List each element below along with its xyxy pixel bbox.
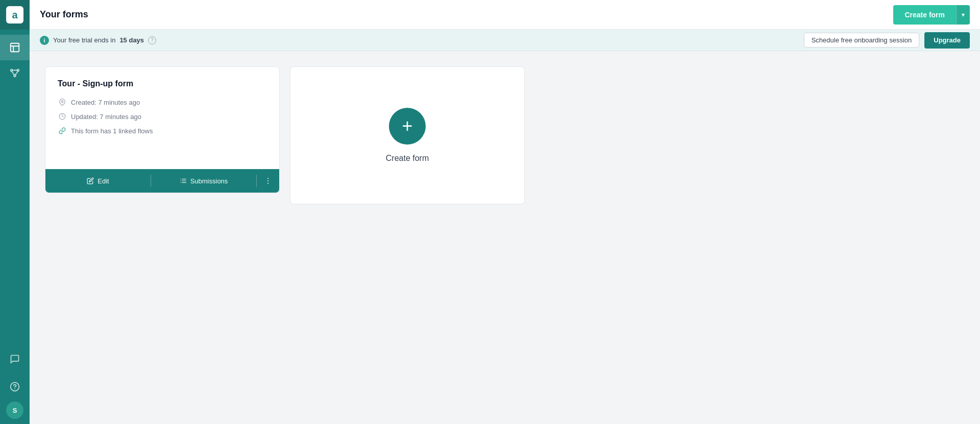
sidebar-logo[interactable]: a	[0, 0, 30, 30]
sidebar-bottom: S	[0, 346, 30, 424]
dropdown-arrow-icon: ▾	[962, 11, 965, 18]
upgrade-button[interactable]: Upgrade	[924, 32, 970, 49]
svg-point-19	[267, 178, 268, 179]
avatar[interactable]: S	[6, 402, 23, 419]
svg-point-21	[267, 183, 268, 184]
svg-point-20	[267, 180, 268, 181]
submissions-button[interactable]: Submissions	[151, 169, 256, 193]
form-card: Tour - Sign-up form Created: 7 minutes a…	[45, 66, 280, 193]
sidebar: a S	[0, 0, 30, 424]
flows-icon	[9, 67, 20, 79]
svg-rect-0	[11, 43, 19, 52]
link-icon	[58, 126, 67, 135]
clock-icon	[58, 112, 67, 121]
form-linked-flows: This form has 1 linked flows	[58, 126, 267, 135]
chat-icon	[10, 354, 20, 364]
form-created: Created: 7 minutes ago	[58, 98, 267, 107]
sidebar-item-help[interactable]	[0, 374, 30, 399]
edit-icon	[87, 177, 94, 184]
svg-line-7	[15, 71, 18, 75]
form-title: Tour - Sign-up form	[58, 79, 267, 88]
help-icon	[10, 382, 20, 392]
create-form-card[interactable]: + Create form	[290, 66, 525, 204]
submissions-icon	[180, 177, 187, 184]
form-card-footer: Edit Submissions	[45, 169, 279, 193]
header-actions: Create form ▾	[893, 5, 970, 25]
trial-text: Your free trial ends in	[53, 36, 115, 44]
svg-point-11	[61, 101, 63, 103]
create-circle-icon: +	[389, 108, 426, 145]
form-updated: Updated: 7 minutes ago	[58, 112, 267, 121]
info-icon: i	[40, 36, 49, 45]
pin-icon	[58, 98, 67, 107]
more-options-button[interactable]	[257, 169, 279, 193]
sidebar-item-flows[interactable]	[0, 60, 30, 86]
trial-help-icon[interactable]: ?	[148, 36, 156, 44]
main-content: Your forms Create form ▾ i Your free tri…	[30, 0, 980, 424]
sidebar-item-chat[interactable]	[0, 346, 30, 372]
create-form-dropdown-button[interactable]: ▾	[956, 5, 970, 25]
forms-icon	[9, 42, 20, 53]
svg-line-8	[12, 71, 14, 75]
header: Your forms Create form ▾	[30, 0, 980, 30]
logo-letter: a	[6, 6, 23, 23]
page-title: Your forms	[40, 9, 88, 20]
more-icon	[264, 177, 272, 185]
trial-actions: Schedule free onboarding session Upgrade	[804, 32, 970, 49]
create-form-label: Create form	[386, 154, 429, 163]
edit-button[interactable]: Edit	[45, 169, 151, 193]
trial-banner: i Your free trial ends in 15 days ? Sche…	[30, 30, 980, 51]
trial-days: 15 days	[119, 36, 144, 44]
sidebar-nav	[0, 30, 30, 346]
updated-text: Updated: 7 minutes ago	[71, 113, 141, 121]
schedule-session-button[interactable]: Schedule free onboarding session	[804, 33, 920, 48]
form-metadata: Created: 7 minutes ago Updated: 7 minute…	[58, 98, 267, 135]
sidebar-item-forms[interactable]	[0, 35, 30, 60]
created-text: Created: 7 minutes ago	[71, 99, 140, 106]
create-form-button[interactable]: Create form	[893, 5, 956, 25]
trial-info: i Your free trial ends in 15 days ?	[40, 36, 156, 45]
linked-flows-text: This form has 1 linked flows	[71, 127, 153, 135]
plus-icon: +	[402, 115, 412, 137]
form-card-body: Tour - Sign-up form Created: 7 minutes a…	[45, 67, 279, 169]
content-area: Tour - Sign-up form Created: 7 minutes a…	[30, 51, 980, 424]
